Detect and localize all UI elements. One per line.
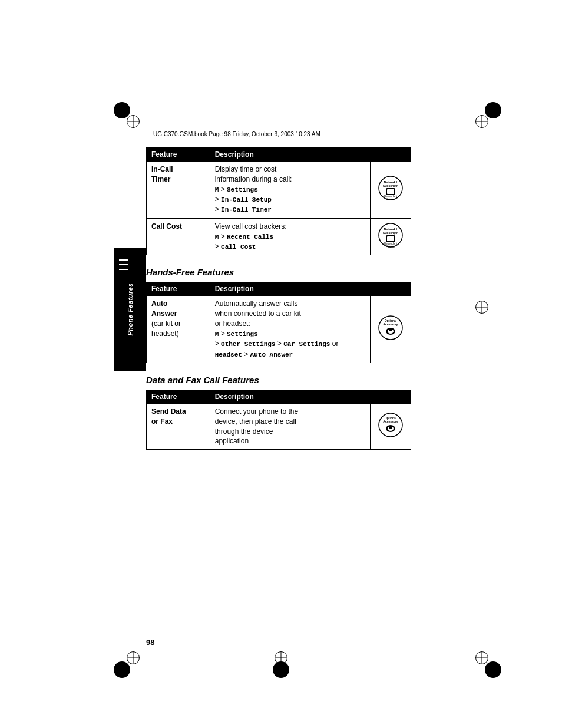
tick-bot-left	[127, 722, 127, 728]
page-number: 98	[146, 638, 154, 647]
table2-header-description: Description	[210, 282, 370, 296]
filled-circle-tr	[485, 102, 501, 118]
sidebar-lines	[119, 259, 128, 270]
tick-bot-right	[488, 722, 488, 728]
auto-answer-feature: AutoAnswer (car kit orheadset)	[147, 296, 210, 363]
file-info: UG.C370.GSM.book Page 98 Friday, October…	[153, 131, 320, 137]
tick-top-right	[488, 0, 488, 6]
svg-text:Subscriptn: Subscriptn	[383, 184, 398, 187]
sidebar-line-2	[119, 264, 128, 265]
network-subscription-icon-1: Network / Subscriptn Dependent Feature	[378, 175, 404, 201]
sidebar-line-3	[119, 269, 128, 270]
filled-circle-tl	[114, 102, 130, 118]
filled-circle-bl	[114, 661, 130, 678]
table3-header-description: Description	[210, 390, 370, 403]
svg-rect-19	[389, 329, 392, 331]
call-cost-desc: View call cost trackers: M > Recent Call…	[210, 218, 370, 255]
svg-text:Feature: Feature	[386, 245, 395, 248]
svg-text:Subscriptn: Subscriptn	[383, 231, 398, 235]
svg-text:Feature: Feature	[386, 198, 395, 201]
optional-accessory-icon-2: Optional Accessory	[378, 412, 404, 438]
reg-mark-bot-right-1	[475, 651, 488, 664]
reg-mark-bot-left-1	[127, 651, 140, 664]
filled-circle-br	[485, 661, 501, 678]
svg-rect-11	[387, 236, 394, 241]
incall-timer-icon: Network / Subscriptn Dependent Feature	[370, 162, 411, 219]
filled-circle-bc	[273, 661, 289, 678]
auto-answer-desc: Automatically answer calls when connecte…	[210, 296, 370, 363]
call-cost-icon: Network / Subscriptn Dependent Feature	[370, 218, 411, 255]
svg-rect-25	[389, 426, 392, 429]
reg-mark-top-left-1	[127, 115, 140, 128]
call-cost-feature: Call Cost	[147, 218, 210, 255]
reg-mark-top-right-1	[475, 115, 488, 128]
tick-top-left	[127, 0, 127, 6]
hands-free-heading: Hands-Free Features	[146, 267, 411, 277]
hands-free-table: Feature Description AutoAnswer (car kit …	[146, 282, 411, 363]
table-row: Send Dataor Fax Connect your phone to th…	[147, 403, 411, 449]
table3-header-feature: Feature	[147, 390, 210, 403]
svg-rect-4	[387, 189, 394, 194]
table-row: AutoAnswer (car kit orheadset) Automatic…	[147, 296, 411, 363]
auto-answer-icon: Optional Accessory	[370, 296, 411, 363]
table1-header-icon	[370, 148, 411, 162]
tick-right-top	[556, 127, 562, 127]
send-data-fax-desc: Connect your phone to the device, then p…	[210, 403, 370, 449]
tick-left-bot	[0, 664, 6, 664]
call-features-table: Feature Description In-CallTimer Display…	[146, 147, 411, 255]
table1-header-feature: Feature	[147, 148, 210, 162]
table2-header-feature: Feature	[147, 282, 210, 296]
send-data-fax-icon: Optional Accessory	[370, 403, 411, 449]
table-row: Call Cost View call cost trackers: M > R…	[147, 218, 411, 255]
data-fax-heading: Data and Fax Call Features	[146, 375, 411, 385]
table2-header-icon	[370, 282, 411, 296]
sidebar-label: Phone Features	[127, 283, 134, 336]
network-subscription-icon-2: Network / Subscriptn Dependent Feature	[378, 222, 404, 248]
table1-header-description: Description	[210, 148, 370, 162]
optional-accessory-icon-1: Optional Accessory	[378, 315, 404, 341]
tick-right-bot	[556, 664, 562, 664]
tick-left-top	[0, 127, 6, 127]
table-row: In-CallTimer Display time or cost inform…	[147, 162, 411, 219]
sidebar-line-1	[119, 259, 128, 261]
send-data-fax-feature: Send Dataor Fax	[147, 403, 210, 449]
data-fax-table: Feature Description Send Dataor Fax Conn…	[146, 390, 411, 450]
main-content: Feature Description In-CallTimer Display…	[146, 147, 411, 462]
reg-mark-mid-right	[475, 301, 488, 314]
table3-header-icon	[370, 390, 411, 403]
incall-timer-feature: In-CallTimer	[147, 162, 210, 219]
incall-timer-desc: Display time or cost information during …	[210, 162, 370, 219]
svg-text:Accessory: Accessory	[383, 420, 398, 423]
svg-text:Accessory: Accessory	[383, 322, 398, 326]
